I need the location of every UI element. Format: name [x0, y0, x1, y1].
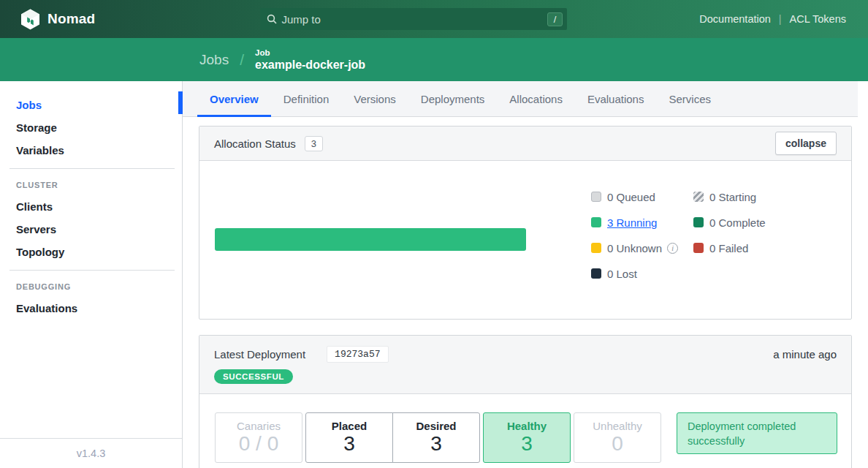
failed-swatch-icon: [693, 243, 704, 253]
allocation-count-badge: 3: [305, 136, 323, 151]
sidebar-divider: [9, 168, 175, 169]
complete-swatch-icon: [693, 217, 704, 227]
sidebar-divider: [9, 270, 175, 271]
breadcrumb-entity-name: example-docker-job: [255, 58, 365, 72]
sidebar-active-indicator: [178, 91, 183, 114]
metric-label: Healthy: [484, 420, 570, 432]
documentation-link[interactable]: Documentation: [699, 13, 771, 25]
breadcrumb-bar: Jobs / Job example-docker-job: [0, 38, 868, 81]
sidebar: Jobs Storage Variables CLUSTER Clients S…: [0, 81, 183, 468]
allocation-status-title: Allocation Status: [214, 137, 296, 150]
metric-value: 3: [484, 432, 570, 456]
deployment-success-message: Deployment completed successfully: [677, 412, 837, 454]
search-icon: [267, 14, 277, 24]
legend-item-failed: 0 Failed: [693, 241, 847, 255]
starting-swatch-icon: [693, 192, 704, 202]
sidebar-item-storage[interactable]: Storage: [16, 122, 182, 134]
metric-value: 3: [393, 432, 479, 456]
search-shortcut-key: /: [547, 12, 563, 26]
acl-tokens-link[interactable]: ACL Tokens: [790, 13, 846, 25]
metric-unhealthy: Unhealthy 0: [574, 412, 661, 463]
running-swatch-icon: [591, 217, 601, 227]
metric-label: Placed: [306, 420, 392, 432]
job-tabs: Overview Definition Versions Deployments…: [183, 81, 868, 117]
lost-swatch-icon: [591, 268, 601, 279]
deployment-metrics: Canaries 0 / 0 Placed 3 Desired 3: [199, 394, 851, 463]
sidebar-item-topology[interactable]: Topology: [16, 246, 182, 258]
sidebar-item-evaluations[interactable]: Evaluations: [16, 303, 182, 314]
legend-item-running: 3 Running: [591, 215, 693, 230]
allocation-chart-area: 0 Queued 0 Starting 3 Running 0 Com: [199, 161, 851, 319]
legend-item-complete: 0 Complete: [693, 215, 847, 230]
allocation-legend: 0 Queued 0 Starting 3 Running 0 Com: [591, 189, 847, 281]
sidebar-heading-cluster: CLUSTER: [16, 181, 182, 189]
tab-deployments[interactable]: Deployments: [408, 81, 498, 116]
collapse-button[interactable]: collapse: [775, 132, 837, 155]
navbar-links: Documentation | ACL Tokens: [699, 13, 846, 25]
legend-item-starting: 0 Starting: [693, 189, 847, 204]
legend-label: 0 Complete: [709, 216, 766, 229]
sidebar-footer: v1.4.3: [0, 438, 182, 468]
breadcrumb-current-job[interactable]: Job example-docker-job: [255, 48, 365, 72]
metric-value: 0: [574, 432, 660, 456]
sidebar-heading-debugging: DEBUGGING: [16, 282, 182, 291]
info-icon[interactable]: i: [667, 243, 678, 254]
breadcrumb-separator: /: [240, 51, 244, 69]
metric-value: 0 / 0: [216, 432, 302, 456]
queued-swatch-icon: [591, 192, 601, 202]
metric-group-placed-desired: Placed 3 Desired 3: [305, 412, 480, 463]
tab-evaluations[interactable]: Evaluations: [575, 81, 657, 116]
deployment-timestamp: a minute ago: [773, 348, 837, 361]
metric-label: Desired: [393, 420, 479, 432]
main-content: Overview Definition Versions Deployments…: [183, 81, 868, 468]
latest-deployment-panel: Latest Deployment 19273a57 a minute ago …: [199, 335, 852, 468]
legend-label: 0 Starting: [709, 191, 756, 203]
tab-services[interactable]: Services: [656, 81, 723, 116]
navbar-link-separator: |: [779, 13, 782, 25]
scrollbar-gutter: [858, 81, 868, 468]
sidebar-item-servers[interactable]: Servers: [16, 224, 182, 235]
allocation-status-header: Allocation Status 3 collapse: [199, 127, 851, 161]
metric-label: Canaries: [216, 420, 302, 432]
tab-allocations[interactable]: Allocations: [497, 81, 575, 116]
deployment-status-badge: SUCCESSFUL: [214, 369, 293, 384]
latest-deployment-header: Latest Deployment 19273a57 a minute ago …: [199, 336, 851, 394]
breadcrumb-jobs[interactable]: Jobs: [199, 52, 229, 68]
version-label: v1.4.3: [77, 448, 106, 459]
legend-item-unknown: 0 Unknown i: [591, 241, 693, 255]
unknown-swatch-icon: [591, 243, 601, 253]
latest-deployment-title: Latest Deployment: [214, 348, 305, 361]
running-allocations-link[interactable]: 3 Running: [607, 216, 657, 229]
tab-overview[interactable]: Overview: [197, 81, 271, 116]
jump-to-search[interactable]: /: [260, 8, 567, 30]
breadcrumb-entity-type: Job: [255, 48, 365, 57]
tab-definition[interactable]: Definition: [271, 81, 342, 116]
search-input[interactable]: [281, 13, 547, 26]
nomad-brand[interactable]: Nomad: [20, 9, 95, 30]
metric-healthy: Healthy 3: [483, 412, 571, 463]
sidebar-item-variables[interactable]: Variables: [16, 145, 182, 156]
nomad-logo-icon: [20, 9, 40, 30]
metric-value: 3: [306, 432, 392, 456]
legend-label: 0 Unknown: [607, 242, 662, 254]
allocation-status-bar-running[interactable]: [215, 228, 526, 251]
metric-placed: Placed 3: [305, 412, 393, 463]
legend-label: 0 Queued: [607, 191, 655, 203]
deployment-id-chip: 19273a57: [327, 346, 388, 363]
sidebar-item-clients[interactable]: Clients: [16, 201, 182, 213]
metric-desired: Desired 3: [392, 412, 480, 463]
brand-name: Nomad: [47, 11, 95, 27]
legend-label: 0 Failed: [709, 242, 748, 254]
legend-item-lost: 0 Lost: [591, 266, 693, 281]
legend-label: 0 Lost: [607, 268, 637, 280]
top-navbar: Nomad / Documentation | ACL Tokens: [0, 0, 868, 38]
sidebar-item-jobs[interactable]: Jobs: [16, 99, 182, 111]
allocation-status-panel: Allocation Status 3 collapse 0 Queued 0 …: [199, 126, 852, 320]
metric-label: Unhealthy: [574, 420, 660, 432]
metric-canaries: Canaries 0 / 0: [215, 412, 302, 463]
tab-versions[interactable]: Versions: [341, 81, 408, 116]
legend-item-queued: 0 Queued: [591, 189, 693, 204]
